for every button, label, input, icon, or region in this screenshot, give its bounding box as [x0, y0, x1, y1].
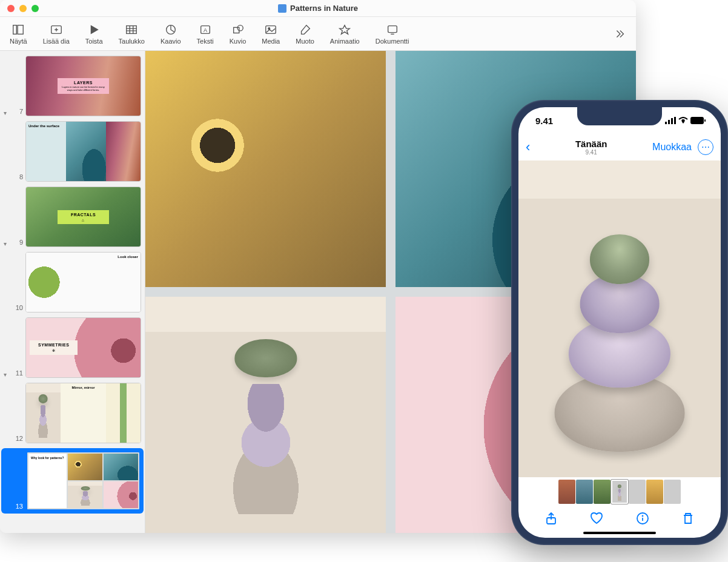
svg-rect-22: [668, 120, 670, 124]
text-icon: A: [199, 23, 212, 36]
home-indicator[interactable]: [583, 532, 656, 534]
slide-thumb-row[interactable]: 8 Under the surface: [4, 121, 141, 182]
edit-button[interactable]: Muokkaa: [652, 142, 692, 153]
close-button[interactable]: [7, 5, 15, 12]
svg-text:A: A: [204, 27, 208, 33]
photo-scrubber[interactable]: [518, 477, 721, 506]
svg-marker-5: [91, 25, 98, 33]
photo-content: [549, 205, 690, 452]
tool-label: Kuvio: [230, 38, 247, 45]
scrubber-thumb[interactable]: [594, 480, 611, 504]
paintbrush-icon: [299, 23, 312, 36]
slide-thumbnail[interactable]: FRACTALS △: [25, 187, 141, 247]
svg-rect-21: [665, 122, 667, 124]
chevron-down-icon[interactable]: ▾: [4, 110, 11, 116]
slide-thumb-row[interactable]: 10 Look closer: [4, 252, 141, 312]
chevrons-right-icon: [613, 27, 626, 41]
chevron-down-icon[interactable]: ▾: [4, 240, 11, 247]
slide-thumbnail[interactable]: Look closer: [25, 252, 141, 312]
thumb-title: FRACTALS: [60, 213, 107, 217]
svg-rect-19: [388, 25, 397, 32]
scrubber-thumb-selected[interactable]: [611, 480, 628, 504]
add-slide-button[interactable]: Lisää dia: [41, 22, 72, 46]
shape-button[interactable]: Kuvio: [227, 22, 249, 46]
document-button[interactable]: Dokumentti: [373, 22, 412, 46]
view-icon: [12, 23, 25, 36]
slide-thumb-row[interactable]: ▾ 9 FRACTALS △: [4, 187, 141, 247]
svg-point-17: [268, 27, 270, 29]
animate-button[interactable]: Animaatio: [328, 22, 362, 46]
slide-number: 13: [13, 503, 23, 510]
chevron-down-icon[interactable]: ▾: [4, 371, 11, 378]
play-button[interactable]: Toista: [83, 22, 105, 46]
tool-label: Media: [262, 38, 280, 45]
tool-label: Animaatio: [330, 38, 360, 45]
tool-label: Näytä: [10, 38, 27, 45]
iphone-device: 9.41 ‹ Tänään 9.41 Muokkaa ⋯: [511, 100, 728, 545]
share-button[interactable]: [544, 511, 558, 528]
chart-button[interactable]: Kaavio: [158, 22, 184, 46]
slide-thumbnail[interactable]: LAYERS Layers in nature can be formed in…: [25, 56, 141, 116]
thumb-title: Mirror, mirror: [63, 386, 104, 389]
document-icon: [386, 23, 399, 36]
format-button[interactable]: Muoto: [293, 22, 317, 46]
slide-navigator[interactable]: ▾ 7 LAYERS Layers in nature can be forme…: [0, 51, 145, 533]
canvas-image-honeycomb[interactable]: [145, 51, 386, 287]
canvas-image-urchins[interactable]: [145, 297, 386, 533]
photos-nav-bar: ‹ Tänään 9.41 Muokkaa ⋯: [518, 134, 721, 160]
slide-thumbnail[interactable]: Mirror, mirror: [25, 383, 141, 443]
scrubber-thumb[interactable]: [646, 480, 663, 504]
nav-title-group: Tänään 9.41: [575, 139, 607, 156]
slide-thumb-row[interactable]: ▾ 7 LAYERS Layers in nature can be forme…: [4, 56, 141, 116]
favorite-button[interactable]: [589, 511, 604, 528]
slide-thumb-row[interactable]: 12 Mirror, mirror: [4, 383, 141, 443]
tool-label: Lisää dia: [43, 38, 70, 45]
slide-thumb-row[interactable]: 13 Why look for patterns?: [1, 448, 144, 514]
svg-rect-25: [690, 117, 704, 124]
svg-rect-23: [671, 118, 673, 124]
scrubber-thumb[interactable]: [664, 480, 681, 504]
slide-number: 7: [13, 108, 23, 115]
thumb-title: Under the surface: [28, 124, 64, 128]
battery-icon: [690, 116, 706, 126]
trash-button[interactable]: [681, 511, 695, 528]
table-button[interactable]: Taulukko: [116, 22, 147, 46]
urchin-shape: [590, 234, 649, 284]
more-button[interactable]: ⋯: [698, 139, 713, 155]
thumb-title: SYMMETRIES: [32, 343, 75, 347]
nav-title: Tänään: [575, 139, 607, 149]
slide-thumbnail[interactable]: Under the surface: [25, 121, 141, 182]
info-button[interactable]: [635, 511, 650, 528]
media-button[interactable]: Media: [259, 22, 282, 46]
text-button[interactable]: A Teksti: [194, 22, 216, 46]
minimize-button[interactable]: [19, 5, 27, 12]
view-button[interactable]: Näytä: [7, 22, 30, 46]
traffic-lights: [7, 5, 39, 12]
svg-rect-26: [704, 119, 706, 122]
titlebar[interactable]: Patterns in Nature: [0, 0, 636, 17]
slide-thumbnail-selected[interactable]: Why look for patterns?: [25, 451, 141, 511]
scrubber-thumb[interactable]: [629, 480, 646, 504]
tool-label: Toista: [85, 38, 103, 45]
svg-rect-0: [13, 25, 17, 34]
play-icon: [87, 23, 101, 36]
nav-subtitle: 9.41: [575, 149, 607, 156]
slide-number: 10: [13, 304, 23, 311]
more-button[interactable]: [611, 26, 629, 42]
slide-thumb-row[interactable]: ▾ 11 SYMMETRIES ✻: [4, 317, 141, 378]
iphone-screen: 9.41 ‹ Tänään 9.41 Muokkaa ⋯: [518, 107, 721, 538]
photo-viewer[interactable]: [518, 160, 721, 477]
back-button[interactable]: ‹: [526, 139, 530, 155]
toolbar: Näytä Lisää dia Toista Taulukko Kaavio A…: [0, 17, 636, 51]
slide-thumbnail[interactable]: SYMMETRIES ✻: [25, 317, 141, 378]
media-icon: [264, 23, 277, 36]
maximize-button[interactable]: [31, 5, 39, 12]
window-title: Patterns in Nature: [278, 4, 358, 13]
scrubber-thumb[interactable]: [576, 480, 593, 504]
tool-label: Muoto: [296, 38, 314, 45]
scrubber-thumb[interactable]: [558, 480, 575, 504]
window-title-text: Patterns in Nature: [290, 4, 358, 13]
tool-label: Teksti: [197, 38, 214, 45]
chart-icon: [164, 23, 177, 36]
slide-number: 8: [13, 173, 23, 180]
